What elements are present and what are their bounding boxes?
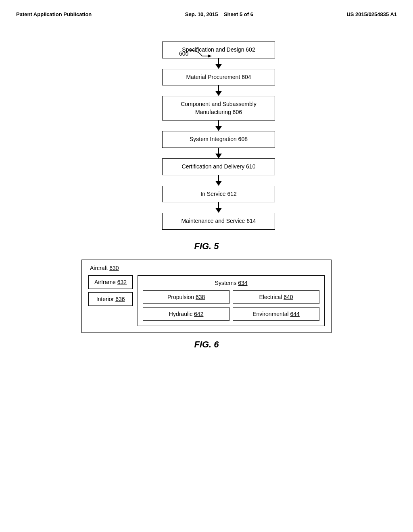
- aircraft-title: Aircraft 630: [90, 265, 325, 271]
- arrow-5: [215, 175, 222, 186]
- arrow-600-icon: [190, 49, 212, 58]
- page-header: Patent Application Publication Sep. 10, …: [0, 0, 413, 17]
- hydraulic-box: Hydraulic 642: [143, 307, 229, 321]
- label-600: 600: [179, 49, 212, 58]
- header-date-sheet: Sep. 10, 2015 Sheet 5 of 6: [185, 11, 253, 17]
- propulsion-box: Propulsion 638: [143, 290, 229, 304]
- fig5-caption: FIG. 5: [194, 241, 219, 251]
- fig6-wrapper: Aircraft 630 Airframe 632 Interior 636 S…: [81, 260, 332, 350]
- header-sheet: Sheet 5 of 6: [224, 11, 253, 17]
- systems-title: Systems 634: [143, 280, 319, 286]
- arrow-3: [215, 121, 222, 131]
- arrow-1: [215, 58, 222, 69]
- fig5-container: 600 Specification and Design 602 Materia…: [138, 42, 275, 230]
- aircraft-number: 630: [109, 265, 119, 271]
- fig6-caption: FIG. 6: [194, 339, 219, 350]
- aircraft-outer-box: Aircraft 630 Airframe 632 Interior 636 S…: [81, 260, 332, 333]
- arrow-2: [215, 85, 222, 96]
- environmental-box: Environmental 644: [233, 307, 319, 321]
- interior-box: Interior 636: [88, 292, 133, 306]
- flowchart: Specification and Design 602 Material Pr…: [162, 42, 275, 230]
- header-patent-number: US 2015/0254835 A1: [346, 11, 397, 17]
- header-date: Sep. 10, 2015: [185, 11, 218, 17]
- flow-box-material: Material Procurement 604: [162, 69, 275, 86]
- main-content: 600 Specification and Design 602 Materia…: [0, 17, 413, 350]
- systems-grid: Propulsion 638 Electrical 640 Hydraulic …: [143, 290, 319, 321]
- systems-container: Systems 634 Propulsion 638 Electrical 64…: [138, 275, 325, 326]
- flow-box-system: System Integration 608: [162, 131, 275, 148]
- flow-box-certification: Certification and Delivery 610: [162, 158, 275, 175]
- aircraft-inner-layout: Airframe 632 Interior 636 Systems 634 Pr…: [88, 275, 325, 326]
- header-publisher: Patent Application Publication: [16, 11, 92, 17]
- airframe-box: Airframe 632: [88, 275, 133, 289]
- flow-box-maintenance: Maintenance and Service 614: [162, 213, 275, 230]
- airframe-col: Airframe 632 Interior 636: [88, 275, 133, 326]
- flow-box-component: Component and SubassemblyManufacturing 6…: [162, 96, 275, 121]
- arrow-6: [215, 202, 222, 213]
- arrow-4: [215, 148, 222, 158]
- flow-box-inservice: In Service 612: [162, 186, 275, 203]
- electrical-box: Electrical 640: [233, 290, 319, 304]
- svg-marker-0: [208, 54, 212, 58]
